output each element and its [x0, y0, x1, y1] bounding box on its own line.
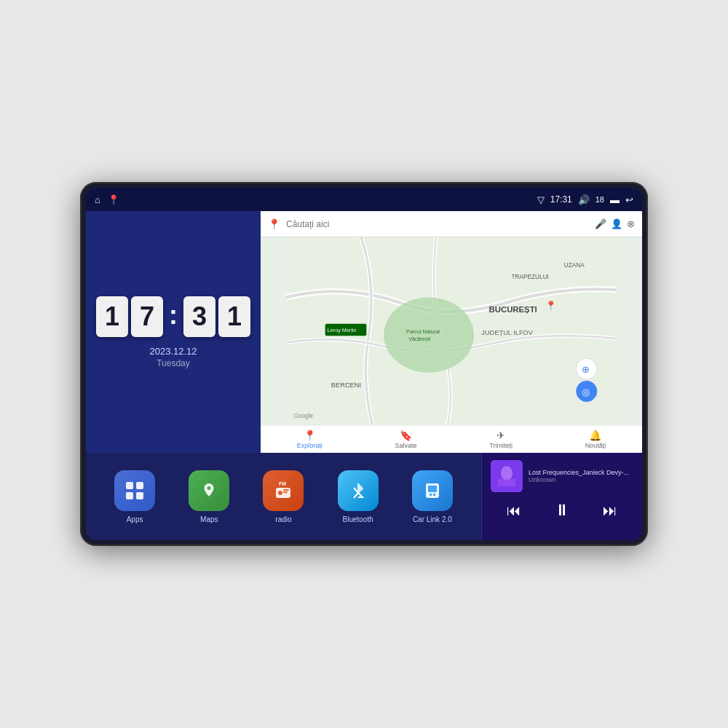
- map-pin-icon: 📍: [268, 218, 280, 230]
- send-icon: ✈: [496, 430, 505, 441]
- svg-rect-33: [498, 479, 515, 486]
- min-ones-digit: 1: [218, 296, 250, 337]
- carlink-label: Car Link 2.0: [413, 515, 452, 523]
- explore-label: Explorați: [297, 442, 323, 449]
- music-thumbnail: [491, 460, 523, 492]
- day-text: Tuesday: [149, 358, 197, 368]
- music-meta: Lost Frequencies_Janieck Devy-... Unknow…: [529, 469, 633, 483]
- app-item-bluetooth[interactable]: Bluetooth: [338, 470, 379, 523]
- svg-point-23: [278, 491, 282, 495]
- bluetooth-label: Bluetooth: [343, 515, 373, 523]
- svg-text:UZANA: UZANA: [564, 262, 585, 269]
- apps-label: Apps: [127, 515, 143, 523]
- map-search-input[interactable]: [286, 219, 589, 229]
- status-time: 17:31: [550, 194, 572, 205]
- music-next-button[interactable]: ⏭: [598, 501, 622, 521]
- radio-label: radio: [275, 515, 291, 523]
- date-text: 2023.12.12: [149, 346, 197, 357]
- maps-label: Maps: [200, 515, 218, 523]
- layers-icon[interactable]: ⊗: [627, 218, 635, 229]
- home-icon[interactable]: ⌂: [95, 194, 100, 205]
- hour-ones-digit: 7: [131, 296, 163, 337]
- svg-text:Google: Google: [293, 413, 313, 419]
- svg-text:BERCENI: BERCENI: [331, 381, 361, 389]
- main-content: 1 7 : 3 1 2023.12.12 Tuesday: [86, 211, 642, 540]
- top-row: 1 7 : 3 1 2023.12.12 Tuesday: [86, 211, 642, 453]
- send-label: Trimiteți: [489, 442, 513, 449]
- map-widget[interactable]: 📍 🎤 👤 ⊗: [261, 211, 642, 453]
- clock-date: 2023.12.12 Tuesday: [149, 346, 197, 368]
- signal-icon: ▽: [537, 194, 545, 205]
- music-info: Lost Frequencies_Janieck Devy-... Unknow…: [491, 460, 633, 492]
- news-icon: 🔔: [589, 430, 601, 441]
- bottom-row: Apps Maps: [86, 453, 642, 540]
- music-artist: Unknown: [529, 476, 633, 483]
- news-label: Noutăți: [585, 442, 606, 449]
- carlink-icon-box: [412, 470, 453, 511]
- svg-rect-17: [126, 482, 133, 489]
- svg-rect-19: [126, 492, 133, 499]
- app-item-radio[interactable]: FM radio: [263, 470, 304, 523]
- svg-text:FM: FM: [279, 481, 286, 486]
- svg-point-21: [207, 486, 211, 490]
- clock-colon: :: [169, 300, 178, 331]
- device-screen: ⌂ 📍 ▽ 17:31 🔊 18 ▬ ↩ 1: [86, 188, 642, 540]
- mic-icon[interactable]: 🎤: [595, 218, 606, 229]
- svg-rect-24: [283, 489, 289, 491]
- status-bar: ⌂ 📍 ▽ 17:31 🔊 18 ▬ ↩: [86, 188, 642, 211]
- music-controls: ⏮ ⏸ ⏭: [491, 496, 633, 524]
- svg-point-1: [384, 298, 474, 373]
- svg-rect-29: [430, 494, 432, 496]
- map-nav-send[interactable]: ✈ Trimiteți: [489, 430, 513, 449]
- map-nav-saved[interactable]: 🔖 Salvate: [395, 430, 417, 449]
- map-search-bar[interactable]: 📍 🎤 👤 ⊗: [261, 211, 642, 237]
- min-tens-digit: 3: [183, 296, 215, 337]
- maps-icon[interactable]: 📍: [108, 194, 119, 205]
- svg-text:Parcul Natural: Parcul Natural: [406, 328, 440, 335]
- map-bottom-nav: 📍 Explorați 🔖 Salvate ✈ Trimiteți 🔔: [261, 425, 642, 453]
- svg-text:BUCUREȘTI: BUCUREȘTI: [489, 305, 537, 314]
- apps-icon-box: [114, 470, 155, 511]
- music-play-button[interactable]: ⏸: [550, 499, 574, 521]
- saved-icon: 🔖: [400, 430, 412, 441]
- music-title: Lost Frequencies_Janieck Devy-...: [529, 469, 633, 476]
- back-icon[interactable]: ↩: [625, 194, 633, 205]
- account-icon[interactable]: 👤: [611, 218, 622, 229]
- map-search-icons: 🎤 👤 ⊗: [595, 218, 635, 229]
- svg-text:Văcărești: Văcărești: [408, 336, 430, 342]
- minutes-group: 3 1: [183, 296, 250, 337]
- svg-rect-28: [428, 486, 437, 492]
- battery-icon: ▬: [610, 194, 620, 205]
- bluetooth-icon-box: [338, 470, 379, 511]
- svg-text:📍: 📍: [545, 300, 557, 312]
- map-nav-news[interactable]: 🔔 Noutăți: [585, 430, 606, 449]
- svg-text:⊕: ⊕: [582, 364, 590, 375]
- svg-rect-20: [136, 492, 143, 499]
- car-display-device: ⌂ 📍 ▽ 17:31 🔊 18 ▬ ↩ 1: [80, 182, 648, 546]
- volume-icon: 🔊: [578, 194, 590, 205]
- radio-icon-box: FM: [263, 470, 304, 511]
- status-bar-left: ⌂ 📍: [95, 194, 119, 205]
- svg-rect-18: [136, 482, 143, 489]
- saved-label: Salvate: [395, 442, 417, 449]
- app-item-carlink[interactable]: Car Link 2.0: [412, 470, 453, 523]
- svg-text:Leroy Merlin: Leroy Merlin: [328, 327, 357, 333]
- app-item-maps[interactable]: Maps: [189, 470, 229, 523]
- svg-text:JUDEȚUL ILFOV: JUDEȚUL ILFOV: [481, 329, 534, 336]
- music-prev-button[interactable]: ⏮: [502, 501, 526, 521]
- svg-rect-30: [433, 494, 435, 496]
- svg-rect-25: [283, 491, 288, 493]
- flip-clock: 1 7 : 3 1: [96, 296, 250, 337]
- clock-widget: 1 7 : 3 1 2023.12.12 Tuesday: [86, 211, 261, 453]
- app-item-apps[interactable]: Apps: [114, 470, 155, 523]
- maps-icon-box: [189, 470, 229, 511]
- map-nav-explore[interactable]: 📍 Explorați: [297, 430, 323, 449]
- map-area[interactable]: Parcul Natural Văcărești BUCUREȘTI JUDEȚ…: [261, 237, 642, 425]
- status-bar-right: ▽ 17:31 🔊 18 ▬ ↩: [537, 194, 633, 205]
- svg-text:◎: ◎: [582, 387, 590, 397]
- music-player: Lost Frequencies_Janieck Devy-... Unknow…: [482, 453, 642, 540]
- battery-number: 18: [596, 195, 604, 204]
- explore-icon: 📍: [304, 430, 316, 441]
- hour-tens-digit: 1: [96, 296, 128, 337]
- apps-area: Apps Maps: [86, 453, 481, 540]
